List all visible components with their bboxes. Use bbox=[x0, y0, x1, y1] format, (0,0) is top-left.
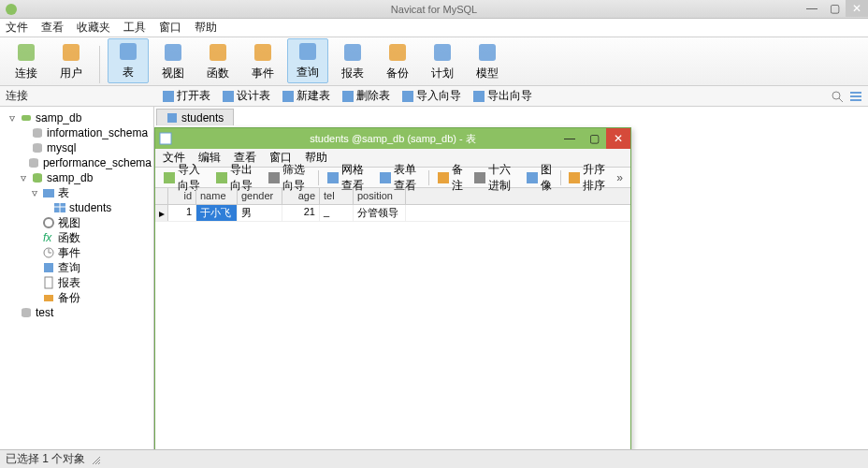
svg-rect-51 bbox=[167, 113, 177, 123]
svg-line-64 bbox=[98, 462, 100, 464]
table-icon bbox=[159, 132, 172, 145]
tree-node-备份[interactable]: 备份 bbox=[2, 290, 152, 305]
tree-node-samp_db[interactable]: ▿samp_db bbox=[2, 110, 152, 125]
subtool-打开表[interactable]: 打开表 bbox=[158, 88, 214, 104]
svg-rect-56 bbox=[327, 172, 339, 183]
ribbon-模型[interactable]: 模型 bbox=[467, 38, 508, 83]
status-bar: 已选择 1 个对象 bbox=[0, 449, 868, 468]
menu-tools[interactable]: 工具 bbox=[123, 20, 146, 36]
connection-tree[interactable]: ▿samp_dbinformation_schemamysqlperforman… bbox=[0, 107, 154, 449]
svg-rect-6 bbox=[254, 44, 271, 61]
tab-students[interactable]: students bbox=[156, 109, 234, 125]
tree-node-视图[interactable]: 视图 bbox=[2, 215, 152, 230]
tree-node-事件[interactable]: 事件 bbox=[2, 245, 152, 260]
ribbon-视图[interactable]: 视图 bbox=[152, 38, 194, 83]
col-gender[interactable]: gender bbox=[238, 188, 282, 204]
toolbar-overflow-icon[interactable]: » bbox=[616, 171, 627, 184]
tree-node-information_schema[interactable]: information_schema bbox=[2, 125, 152, 140]
minimize-button[interactable]: — bbox=[801, 0, 823, 17]
tree-node-函数[interactable]: fx函数 bbox=[2, 230, 152, 245]
subtool-导入向导[interactable]: 导入向导 bbox=[398, 88, 465, 104]
col-id[interactable]: id bbox=[168, 188, 196, 204]
cell-gender[interactable]: 男 bbox=[238, 205, 282, 221]
svg-text:fx: fx bbox=[43, 231, 52, 244]
tree-node-students[interactable]: students bbox=[2, 200, 152, 215]
subtool-删除表[interactable]: 删除表 bbox=[338, 88, 394, 104]
ribbon-查询[interactable]: 查询 bbox=[287, 38, 328, 83]
subtool-设计表[interactable]: 设计表 bbox=[218, 88, 274, 104]
ribbon-函数[interactable]: 函数 bbox=[197, 38, 239, 83]
cell-age[interactable]: 21 bbox=[282, 205, 320, 221]
col-age[interactable]: age bbox=[282, 188, 320, 204]
svg-rect-45 bbox=[44, 263, 53, 272]
subtool-新建表[interactable]: 新建表 bbox=[278, 88, 334, 104]
inner-close-button[interactable]: ✕ bbox=[606, 128, 630, 149]
ribbon-连接[interactable]: 连接 bbox=[6, 38, 47, 83]
maximize-button[interactable]: ▢ bbox=[823, 0, 846, 17]
menu-window[interactable]: 窗口 bbox=[159, 20, 181, 36]
canvas-area: students students @samp_db (samp_db) - 表… bbox=[154, 107, 868, 449]
svg-rect-10 bbox=[434, 44, 451, 61]
close-button[interactable]: ✕ bbox=[846, 0, 868, 17]
ribbon-用户[interactable]: 用户 bbox=[51, 38, 92, 83]
sub-toolbar: 连接 打开表设计表新建表删除表导入向导导出向导 bbox=[0, 86, 868, 107]
status-text: 已选择 1 个对象 bbox=[6, 451, 85, 467]
tree-node-test[interactable]: test bbox=[2, 305, 152, 320]
svg-point-29 bbox=[33, 149, 42, 153]
svg-rect-17 bbox=[473, 91, 485, 102]
main-menubar: 文件 查看 收藏夹 工具 窗口 帮助 bbox=[0, 19, 868, 37]
cell-tel[interactable]: _ bbox=[320, 205, 354, 221]
inner-minimize-button[interactable]: — bbox=[557, 128, 582, 149]
inner-tool-升序排序[interactable]: 升序排序 bbox=[564, 162, 615, 194]
tree-node-表[interactable]: ▿表 bbox=[2, 185, 152, 200]
svg-point-35 bbox=[33, 179, 42, 183]
svg-rect-47 bbox=[44, 295, 53, 301]
ribbon-计划[interactable]: 计划 bbox=[422, 38, 463, 83]
resize-grip-icon[interactable] bbox=[91, 455, 100, 464]
svg-rect-14 bbox=[282, 91, 294, 102]
inner-tool-备注[interactable]: 备注 bbox=[433, 162, 468, 194]
menu-help[interactable]: 帮助 bbox=[195, 20, 217, 36]
svg-point-0 bbox=[6, 4, 17, 15]
svg-rect-4 bbox=[165, 44, 181, 61]
menu-favorites[interactable]: 收藏夹 bbox=[77, 20, 110, 36]
cell-name[interactable]: 于小飞 bbox=[196, 205, 238, 221]
svg-rect-58 bbox=[438, 172, 449, 183]
svg-rect-13 bbox=[223, 91, 234, 102]
svg-rect-12 bbox=[163, 91, 174, 102]
col-tel[interactable]: tel bbox=[320, 188, 354, 204]
col-name[interactable]: name bbox=[196, 188, 238, 204]
ribbon-备份[interactable]: 备份 bbox=[377, 38, 418, 83]
svg-rect-9 bbox=[389, 44, 406, 61]
tree-node-查询[interactable]: 查询 bbox=[2, 260, 152, 275]
svg-rect-1 bbox=[18, 44, 35, 61]
tree-node-mysql[interactable]: mysql bbox=[2, 140, 152, 155]
app-icon bbox=[4, 2, 19, 17]
list-view-icon[interactable] bbox=[849, 90, 862, 103]
cell-id[interactable]: 1 bbox=[168, 205, 196, 221]
svg-rect-55 bbox=[268, 172, 280, 183]
ribbon-事件[interactable]: 事件 bbox=[242, 38, 283, 83]
svg-rect-11 bbox=[479, 44, 496, 61]
table-editor-window: students @samp_db (samp_db) - 表 — ▢ ✕ 文件… bbox=[154, 127, 631, 468]
inner-tool-图像[interactable]: 图像 bbox=[522, 162, 557, 194]
tree-node-performance_schema[interactable]: performance_schema bbox=[2, 155, 152, 170]
svg-rect-36 bbox=[43, 189, 54, 197]
svg-rect-3 bbox=[120, 43, 137, 60]
ribbon-报表[interactable]: 报表 bbox=[332, 38, 373, 83]
inner-titlebar[interactable]: students @samp_db (samp_db) - 表 — ▢ ✕ bbox=[155, 128, 630, 149]
inner-maximize-button[interactable]: ▢ bbox=[582, 128, 606, 149]
ribbon-表[interactable]: 表 bbox=[108, 38, 149, 83]
cell-position[interactable]: 分管领导 bbox=[354, 205, 406, 221]
svg-rect-46 bbox=[45, 277, 52, 288]
menu-view[interactable]: 查看 bbox=[41, 20, 64, 36]
tree-node-samp_db[interactable]: ▿samp_db bbox=[2, 170, 152, 185]
menu-file[interactable]: 文件 bbox=[6, 20, 28, 36]
table-row[interactable]: ▸ 1 于小飞 男 21 _ 分管领导 bbox=[155, 205, 630, 222]
svg-rect-7 bbox=[299, 43, 316, 60]
col-position[interactable]: position bbox=[354, 188, 406, 204]
subtool-导出向导[interactable]: 导出向导 bbox=[469, 88, 536, 104]
inner-tool-十六进制[interactable]: 十六进制 bbox=[470, 162, 520, 194]
tree-node-报表[interactable]: 报表 bbox=[2, 275, 152, 290]
search-icon[interactable] bbox=[831, 90, 844, 103]
